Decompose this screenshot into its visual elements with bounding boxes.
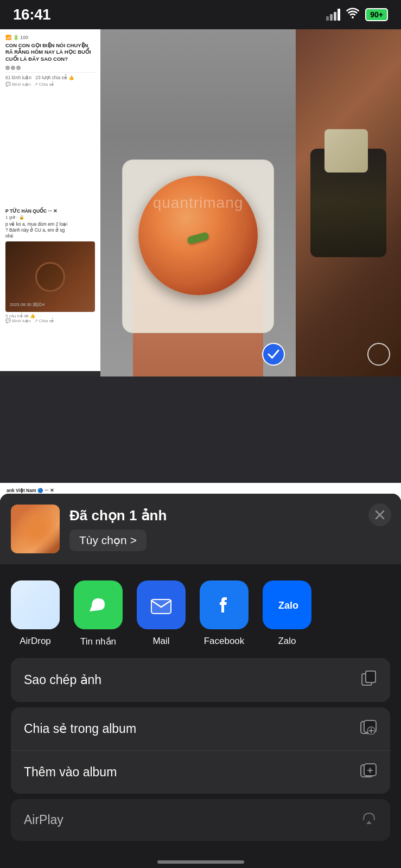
cookie-photo: quantrimang (100, 29, 296, 376)
close-button[interactable] (368, 503, 391, 526)
copy-photo-icon (361, 670, 377, 690)
share-app-facebook[interactable]: Facebook (200, 580, 249, 647)
svg-point-0 (21, 591, 49, 619)
svg-rect-10 (366, 671, 375, 682)
app-share-row: AirDrop Tin nhắn Mail (0, 564, 401, 653)
share-album-row[interactable]: Chia sẻ trong album (11, 707, 390, 750)
share-album-label: Chia sẻ trong album (24, 722, 136, 736)
add-album-row[interactable]: Thêm vào album (11, 750, 390, 794)
facebook-label: Facebook (204, 636, 245, 647)
photo-center: quantrimang (100, 29, 296, 376)
wifi-icon (346, 8, 360, 22)
share-app-messages[interactable]: Tin nhắn (74, 580, 123, 647)
messages-icon (74, 580, 123, 629)
options-button[interactable]: Tùy chọn > (69, 529, 147, 551)
share-app-airdrop[interactable]: AirDrop (11, 580, 60, 647)
add-album-icon (360, 763, 377, 782)
share-header-info: Đã chọn 1 ảnh Tùy chọn > (69, 507, 388, 551)
options-label: Tùy chọn (79, 534, 127, 547)
selected-photo-thumbnail (11, 505, 60, 553)
selection-empty[interactable] (367, 343, 390, 366)
share-title: Đã chọn 1 ảnh (69, 507, 388, 524)
watermark: quantrimang (153, 194, 244, 212)
status-icons: 90+ (326, 8, 388, 22)
zalo-icon: Zalo (263, 580, 311, 629)
share-album-icon (360, 719, 377, 738)
facebook-icon (200, 580, 249, 629)
album-actions-group: Chia sẻ trong album Thêm vào album (11, 707, 390, 794)
status-time: 16:41 (13, 6, 50, 23)
copy-photo-row[interactable]: Sao chép ảnh (11, 658, 390, 702)
home-indicator (157, 860, 244, 864)
social-post-2: P TỨC HÀN QUỐC ··· ✕ 1 giờ · 🔒 p về ko a… (0, 203, 100, 371)
battery-icon: 90+ (365, 8, 388, 21)
airplay-partial-item[interactable]: AirPlay (11, 799, 390, 841)
background-content: 📶 🔋 100 CON CON GỌI ĐIỆN NÓI CHUYỆNRÃ RẰ… (0, 0, 401, 521)
svg-text:Zalo: Zalo (278, 600, 298, 611)
mail-label: Mail (152, 636, 169, 647)
airplay-icon (361, 811, 377, 829)
signal-icon (326, 9, 340, 21)
airplay-row[interactable]: AirPlay (11, 799, 390, 841)
messages-label: Tin nhắn (80, 636, 116, 647)
photos-grid: 📶 🔋 100 CON CON GỌI ĐIỆN NÓI CHUYỆNRÃ RẰ… (0, 29, 401, 376)
share-sheet: Đã chọn 1 ảnh Tùy chọn > (0, 494, 401, 868)
action-list: Sao chép ảnh Chia sẻ trong album (0, 653, 401, 852)
airdrop-label: AirDrop (20, 636, 51, 647)
social-post-1: 📶 🔋 100 CON CON GỌI ĐIỆN NÓI CHUYỆNRÃ RẰ… (0, 29, 100, 203)
status-bar: 16:41 90+ (0, 0, 401, 29)
share-app-mail[interactable]: Mail (137, 580, 186, 647)
copy-photo-item[interactable]: Sao chép ảnh (11, 658, 390, 702)
photo-left-social: 📶 🔋 100 CON CON GỌI ĐIỆN NÓI CHUYỆNRÃ RẰ… (0, 29, 100, 376)
airdrop-icon (11, 580, 60, 629)
options-chevron: > (130, 534, 137, 547)
add-album-label: Thêm vào album (24, 765, 117, 780)
photo-right (296, 29, 401, 376)
share-header: Đã chọn 1 ảnh Tùy chọn > (0, 494, 401, 564)
airplay-label: AirPlay (24, 813, 63, 827)
copy-photo-label: Sao chép ảnh (24, 673, 101, 687)
zalo-label: Zalo (278, 636, 296, 647)
selection-check[interactable] (262, 343, 285, 366)
share-app-zalo[interactable]: Zalo Zalo (263, 580, 311, 647)
mail-icon (137, 580, 186, 629)
